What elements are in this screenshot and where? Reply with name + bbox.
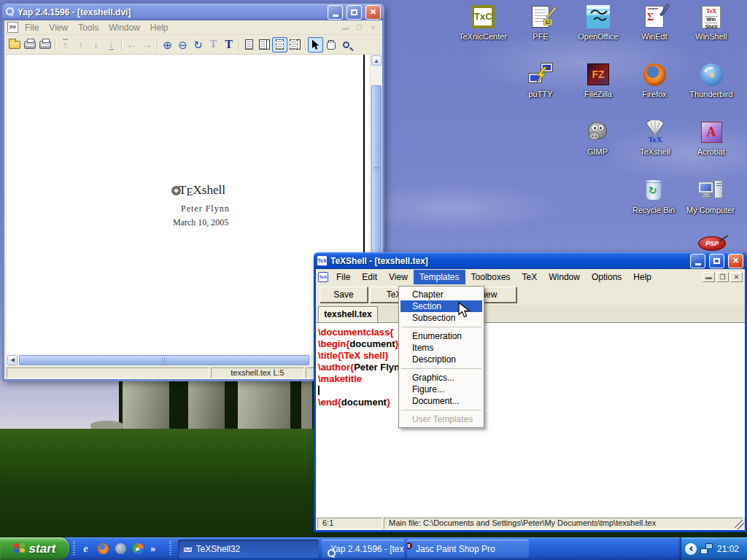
- mdi-restore-icon[interactable]: ❐: [716, 272, 729, 282]
- first-page-icon[interactable]: ↑: [58, 37, 73, 52]
- code-editor[interactable]: \documentclass{\begin{document}\title{\T…: [316, 323, 745, 517]
- yap-menu-help[interactable]: Help: [145, 21, 174, 34]
- menu-item-graphics[interactable]: Graphics...: [400, 372, 482, 384]
- taskbar-task-psp[interactable]: 8Jasc Paint Shop Pro: [407, 540, 529, 558]
- mdi-minimize-icon[interactable]: ▬: [703, 272, 715, 282]
- minimize-button[interactable]: [328, 5, 343, 20]
- desktop-icon-firefox[interactable]: Firefox: [626, 61, 683, 98]
- mdi-close-icon[interactable]: ✕: [367, 23, 379, 33]
- desktop-icon-texniccenter[interactable]: TxCTeXnicCenter: [454, 4, 511, 41]
- desktop-icon-pfe[interactable]: 32PFE: [512, 4, 569, 41]
- desktop-icon-winshell[interactable]: TeXWinShellWinShell: [683, 4, 740, 41]
- desktop-icon-openoffice[interactable]: OpenOffice: [570, 4, 627, 41]
- menu-item-figure[interactable]: Figure...: [400, 384, 482, 395]
- texshell-menu-view[interactable]: View: [383, 270, 414, 284]
- vertical-scroll-thumb[interactable]: [371, 85, 382, 253]
- save-button[interactable]: Save: [320, 287, 368, 303]
- maximize-button[interactable]: [347, 5, 362, 20]
- internet-explorer-icon[interactable]: e: [79, 542, 93, 556]
- mdi-document-icon: TeX: [318, 272, 328, 282]
- taskbar-task-texshell[interactable]: TeXTeXShell32: [178, 540, 319, 558]
- view-single-page-icon[interactable]: [241, 37, 257, 52]
- desktop-icon-putty[interactable]: puTTY: [512, 61, 569, 98]
- texshell-menu-options[interactable]: Options: [586, 270, 627, 284]
- page-mode-icon[interactable]: [272, 37, 287, 52]
- forward-icon[interactable]: →: [139, 37, 155, 52]
- firefox-icon[interactable]: [96, 542, 110, 556]
- resize-grip[interactable]: [735, 520, 744, 529]
- network-icon[interactable]: [700, 543, 713, 554]
- texshell-menu-window[interactable]: Window: [543, 270, 586, 284]
- hand-tool-icon[interactable]: [323, 37, 338, 52]
- desktop-icon-filezilla[interactable]: FZFileZilla: [570, 61, 627, 98]
- desktop-icon-acrobat[interactable]: AAcrobat: [683, 119, 740, 156]
- desktop-icon-mycomputer[interactable]: My Computer: [682, 177, 739, 214]
- filezilla-icon: FZ: [585, 61, 611, 88]
- open-folder-icon[interactable]: [7, 37, 22, 52]
- start-button[interactable]: start: [0, 537, 69, 560]
- desktop-icon-paint-shop-pro[interactable]: PSP: [698, 236, 729, 254]
- texshell-menu-templates[interactable]: Templates: [414, 270, 465, 284]
- yap-menu-tools[interactable]: Tools: [73, 21, 104, 34]
- taskband-grip[interactable]: [169, 541, 171, 556]
- minimize-button[interactable]: [690, 254, 705, 268]
- prev-page-icon[interactable]: ↑: [73, 37, 88, 52]
- media-player-icon[interactable]: ▶: [131, 542, 145, 556]
- desktop-icon-winedt[interactable]: ΣWinEdt: [626, 4, 683, 41]
- ruler-text-icon[interactable]: T: [206, 37, 221, 52]
- redraw-icon[interactable]: ↻: [190, 37, 206, 52]
- yap-menu-window[interactable]: Window: [104, 21, 145, 34]
- toolbar-separator: [121, 38, 122, 51]
- maximize-button[interactable]: [709, 254, 724, 268]
- texshell-menu-toolboxes[interactable]: Toolboxes: [465, 270, 516, 284]
- desktop-icon-gimp[interactable]: GIMP: [569, 119, 626, 156]
- dvi-document-date: March 10, 2005: [173, 217, 228, 228]
- back-icon[interactable]: ←: [124, 37, 139, 52]
- select-tool-icon[interactable]: [308, 37, 323, 52]
- menu-item-chapter[interactable]: Chapter: [400, 289, 482, 300]
- yap-menu-view[interactable]: View: [44, 21, 73, 34]
- desktop-icon-thunderbird[interactable]: Thunderbird: [683, 61, 740, 98]
- taskbar-task-yap[interactable]: Yap 2.4.1596 - [texs...: [322, 540, 404, 558]
- zoom-out-icon[interactable]: ⊖: [175, 37, 190, 52]
- menu-item-enumeration[interactable]: Enumeration: [400, 330, 482, 342]
- last-page-icon[interactable]: ↓: [104, 37, 119, 52]
- desktop-icon-label: Thunderbird: [683, 90, 740, 98]
- clock[interactable]: 21:02: [717, 544, 739, 554]
- print-icon[interactable]: [22, 37, 37, 52]
- texshell-menu-file[interactable]: File: [330, 270, 356, 284]
- thunderbird-icon[interactable]: [114, 542, 128, 556]
- print-all-icon[interactable]: [37, 37, 53, 52]
- close-button[interactable]: ✕: [728, 254, 743, 268]
- facing-mode-icon[interactable]: [287, 37, 303, 52]
- yap-menu-file[interactable]: File: [20, 21, 44, 34]
- quick-launch-grip[interactable]: [73, 541, 75, 556]
- texshell-menu-tex[interactable]: TeX: [516, 270, 543, 284]
- horizontal-scroll-thumb[interactable]: [19, 355, 309, 365]
- menu-item-document[interactable]: Document...: [400, 395, 482, 407]
- tab-texshell-tex[interactable]: texshell.tex: [318, 306, 378, 322]
- desktop-icon-recyclebin[interactable]: ↻Recycle Bin: [625, 177, 682, 214]
- text-bold-icon[interactable]: T: [221, 37, 236, 52]
- texshell-menu-edit[interactable]: Edit: [356, 270, 383, 284]
- tray-chevron-button[interactable]: [685, 543, 697, 555]
- mdi-minimize-icon[interactable]: ▬: [339, 23, 352, 33]
- scroll-up-button[interactable]: ▲: [371, 55, 382, 66]
- mdi-restore-icon[interactable]: ❐: [353, 23, 365, 33]
- texshell-titlebar[interactable]: TeX TeXShell - [texshell.tex] ✕: [314, 252, 747, 269]
- view-facing-pages-icon[interactable]: [257, 37, 272, 52]
- close-button[interactable]: ✕: [365, 5, 381, 20]
- quick-launch-overflow-chevron[interactable]: »: [150, 543, 155, 554]
- next-page-icon[interactable]: ↓: [88, 37, 104, 52]
- openoffice-icon: [585, 4, 611, 30]
- scroll-left-button[interactable]: ◀: [7, 355, 18, 365]
- magnifier-tool-icon[interactable]: [338, 37, 354, 52]
- yap-titlebar[interactable]: Yap 2.4.1596 - [texshell.dvi] ✕: [2, 4, 384, 20]
- zoom-in-icon[interactable]: ⊕: [160, 37, 175, 52]
- mdi-close-icon[interactable]: ✕: [730, 272, 743, 282]
- menu-item-description[interactable]: Description: [400, 354, 482, 365]
- menu-item-items[interactable]: Items: [400, 342, 482, 354]
- texshell-menu-help[interactable]: Help: [627, 270, 657, 284]
- desktop-icon-texshell[interactable]: TeXTeXshell: [627, 119, 684, 156]
- templates-dropdown-menu: ChapterSectionSubsectionEnumerationItems…: [398, 286, 484, 428]
